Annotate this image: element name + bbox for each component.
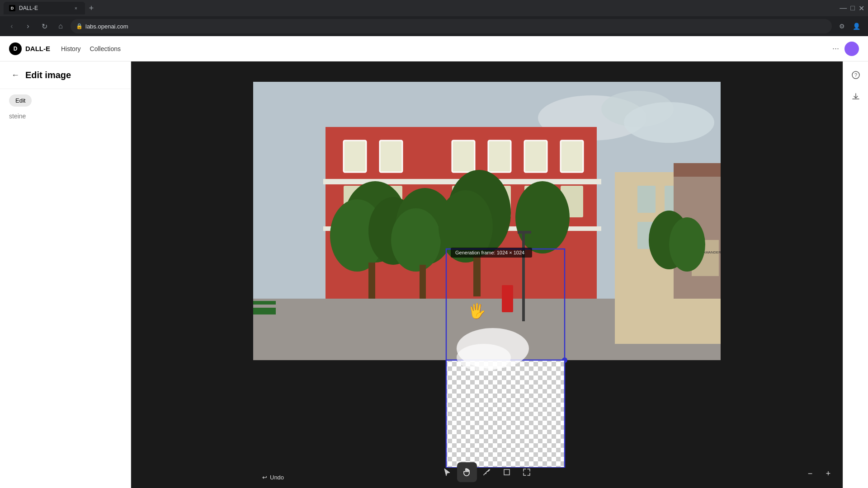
undo-button[interactable]: ↩ Undo [262, 474, 284, 481]
cursor-tool-button[interactable] [437, 462, 457, 482]
expand-tool-button[interactable] [517, 462, 537, 482]
back-button[interactable]: ‹ [5, 20, 18, 33]
svg-point-53 [669, 217, 705, 272]
edit-prompt-input[interactable] [9, 113, 122, 120]
left-panel: ← Edit image Edit [0, 61, 131, 488]
download-button[interactable] [848, 89, 864, 105]
new-tab-button[interactable]: + [85, 2, 98, 14]
svg-rect-8 [488, 141, 511, 172]
address-bar: ‹ › ↻ ⌂ 🔒 labs.openai.com ⚙ 👤 [0, 16, 868, 36]
svg-rect-38 [522, 231, 525, 321]
minimize-icon[interactable]: — [840, 4, 847, 12]
undo-label: Undo [270, 474, 284, 481]
svg-rect-7 [452, 141, 475, 172]
svg-rect-62 [446, 360, 565, 468]
svg-rect-40 [502, 285, 513, 312]
svg-rect-9 [524, 141, 547, 172]
panel-title: Edit image [25, 70, 71, 80]
brush-tool-button[interactable] [477, 462, 497, 482]
lock-icon: 🔒 [76, 23, 83, 29]
zoom-in-button[interactable]: + [821, 466, 835, 481]
more-options-button[interactable]: ··· [832, 44, 839, 53]
svg-rect-10 [561, 141, 583, 172]
svg-text:Generation frame: 1024 × 1024: Generation frame: 1024 × 1024 [455, 250, 524, 255]
browser-extensions: ⚙ 👤 [835, 20, 863, 33]
app-name: DALL-E [25, 45, 50, 52]
profile-icon[interactable]: 👤 [850, 20, 863, 33]
svg-point-30 [391, 208, 441, 272]
svg-rect-39 [518, 231, 531, 234]
app-header: D DALL-E History Collections ··· [0, 36, 868, 61]
help-button[interactable]: ? [848, 67, 864, 83]
hand-tool-button[interactable] [457, 462, 477, 482]
svg-rect-6 [380, 141, 402, 172]
tab-edit[interactable]: Edit [9, 94, 32, 107]
tab-favicon: D [9, 5, 15, 11]
svg-rect-31 [420, 265, 426, 299]
svg-point-3 [624, 102, 714, 143]
scene-image: SALAMANDER Generation frame: 1024 × 1024 [253, 82, 721, 468]
app-header-right: ··· [832, 42, 859, 56]
svg-rect-42 [253, 301, 276, 305]
forward-button[interactable]: › [22, 20, 34, 33]
svg-rect-28 [368, 263, 375, 299]
tab-bar: D DALL-E × + — □ ✕ [0, 0, 868, 16]
app-nav: History Collections [61, 43, 121, 54]
svg-rect-5 [344, 141, 366, 172]
svg-rect-49 [674, 163, 721, 177]
app-logo: D DALL-E [9, 42, 50, 55]
svg-text:?: ? [854, 72, 857, 78]
crop-tool-button[interactable] [497, 462, 517, 482]
url-text: labs.openai.com [85, 23, 128, 30]
right-panel: ? [843, 61, 868, 488]
svg-rect-34 [473, 256, 481, 296]
browser-tab[interactable]: D DALL-E × [4, 2, 85, 14]
bottom-toolbar: ↩ Undo [131, 456, 843, 488]
home-button[interactable]: ⌂ [54, 20, 67, 33]
nav-collections[interactable]: Collections [90, 43, 121, 54]
close-browser-icon[interactable]: ✕ [859, 4, 864, 13]
tool-buttons [437, 462, 537, 482]
tab-title: DALL-E [19, 5, 38, 11]
zoom-out-button[interactable]: − [803, 466, 817, 481]
extensions-icon[interactable]: ⚙ [835, 20, 848, 33]
tab-close-button[interactable]: × [72, 5, 80, 12]
zoom-controls: − + [803, 466, 835, 481]
edit-tabs: Edit [0, 89, 131, 112]
edit-input-area [0, 112, 131, 488]
url-bar[interactable]: 🔒 labs.openai.com [71, 19, 832, 33]
reload-button[interactable]: ↻ [38, 20, 51, 33]
undo-icon: ↩ [262, 474, 267, 481]
main-area: ← Edit image Edit [0, 61, 868, 488]
svg-point-65 [457, 344, 511, 371]
user-avatar[interactable] [844, 42, 859, 56]
maximize-icon[interactable]: □ [850, 4, 855, 12]
canvas-area[interactable]: SALAMANDER Generation frame: 1024 × 1024 [131, 61, 843, 488]
svg-rect-66 [504, 469, 509, 475]
canvas-wrapper: SALAMANDER Generation frame: 1024 × 1024 [253, 82, 721, 468]
back-button[interactable]: ← [9, 69, 22, 81]
panel-header: ← Edit image [0, 61, 131, 89]
nav-history[interactable]: History [61, 43, 81, 54]
svg-rect-41 [253, 308, 276, 314]
tab-bar-controls: — □ ✕ [840, 4, 864, 13]
logo-icon: D [9, 42, 22, 55]
svg-rect-44 [637, 186, 656, 213]
